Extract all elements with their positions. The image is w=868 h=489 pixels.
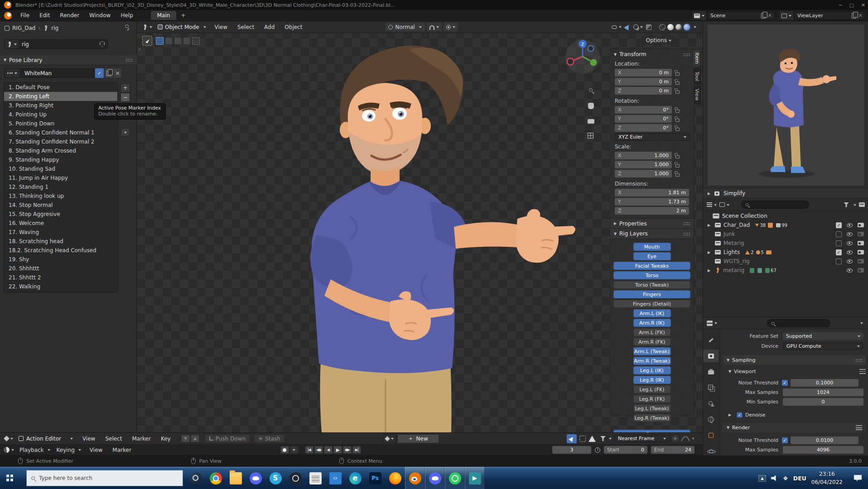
rig-layer-button[interactable]: Arm.R (FK) (633, 338, 671, 346)
timeline-menu-item[interactable]: View (85, 447, 107, 453)
dopesheet-menu-item[interactable]: Key (156, 436, 176, 442)
copy-viewlayer-icon[interactable] (852, 13, 856, 19)
taskbar-app[interactable] (186, 467, 206, 489)
preset-list-icon[interactable] (859, 369, 866, 374)
panel-grip[interactable] (125, 58, 132, 62)
pose-library-name-field[interactable]: WhiteMan (21, 68, 94, 78)
pose-list-item[interactable]: 14. Stop Normal (4, 201, 117, 210)
rotation-row[interactable]: Y0° (615, 115, 689, 123)
outliner-row[interactable]: ▶ Char_Dad 38 99 ✓ (703, 221, 868, 230)
hide-channels-toggle[interactable] (579, 436, 586, 442)
breadcrumb-data[interactable]: rig (51, 25, 58, 31)
lock-icon[interactable] (675, 82, 680, 85)
sidebar-tab[interactable]: Item (694, 49, 701, 67)
rig-layer-button[interactable]: Leg.L (FK) (633, 385, 671, 393)
preview-viewport[interactable] (707, 24, 865, 186)
unlink-library-icon[interactable]: ✕ (114, 68, 121, 78)
tray-clock[interactable]: 23:16 06/04/2022 (811, 470, 843, 486)
location-row[interactable]: Y0 m (615, 78, 689, 86)
perspective-toggle-icon[interactable] (588, 133, 593, 139)
pose-list-item[interactable]: 22. Walking (4, 282, 117, 291)
selectable-checkbox[interactable] (836, 240, 842, 246)
dimension-row[interactable]: Z2 m (615, 207, 689, 215)
sampling-panel-header[interactable]: ▼Sampling (723, 355, 866, 365)
minimize-button[interactable]: ─ (839, 2, 842, 8)
location-row[interactable]: Z0 m (615, 87, 689, 95)
copy-scene-icon[interactable] (761, 13, 766, 19)
outliner-editor-icon[interactable] (707, 202, 717, 207)
timeline-editor-icon[interactable] (4, 447, 14, 453)
dopesheet-editor-icon[interactable] (5, 436, 13, 441)
properties-editor-icon[interactable] (707, 321, 717, 326)
properties-tab[interactable] (703, 334, 719, 346)
location-row[interactable]: X0 m (615, 69, 689, 77)
scene-selector[interactable]: Scene ✕ (707, 11, 775, 20)
close-button[interactable]: ✕ (861, 2, 865, 8)
dropbox-icon[interactable]: ❖ (783, 475, 788, 482)
properties-tab[interactable] (703, 365, 719, 378)
only-selected-toggle[interactable] (567, 434, 577, 443)
pose-list-item[interactable]: 10. Standing Sad (4, 164, 117, 173)
jump-start-button[interactable]: |◀ (305, 446, 313, 454)
menu-item[interactable]: Render (55, 12, 84, 19)
push-down-button[interactable]: Push Down (205, 434, 250, 443)
menu-item[interactable]: Help (116, 12, 138, 19)
prev-keyframe-button[interactable]: ◀◆ (314, 446, 323, 454)
workspace-tab-main[interactable]: Main (151, 11, 177, 20)
menu-item[interactable]: Edit (34, 12, 55, 19)
r-noise-field[interactable]: 0.0100 (791, 436, 858, 444)
rig-layer-button[interactable]: Torso (Tweak) (613, 281, 690, 289)
maximize-button[interactable]: ▢ (849, 2, 854, 8)
render-subpanel-header[interactable]: ▼Render (723, 423, 866, 432)
pan-hand-icon[interactable] (588, 103, 594, 109)
jump-end-button[interactable]: ▶| (352, 446, 361, 454)
timeline-menu-item[interactable]: Marker (107, 447, 136, 453)
action-center-icon[interactable] (854, 475, 862, 481)
pose-add-button[interactable]: + (121, 83, 130, 92)
taskbar-app[interactable] (285, 467, 305, 489)
device-dropdown[interactable]: GPU Compute (783, 342, 863, 350)
rig-layer-button[interactable]: Leg.R (Tweak) (633, 414, 671, 422)
pose-list-item[interactable]: 15. Stop Aggresive (4, 210, 117, 219)
outliner-row[interactable]: ▶ Junk (703, 230, 868, 239)
taskbar-app[interactable]: S (265, 467, 285, 489)
scene-selector-icon[interactable] (692, 11, 706, 20)
dopesheet-menu-item[interactable]: Select (100, 436, 127, 442)
rig-layer-button[interactable]: Eye (633, 252, 671, 260)
outliner-item-name[interactable]: Char_Dad (723, 222, 750, 228)
vp-noise-field[interactable]: 0.1000 (791, 379, 858, 387)
hide-eye-icon[interactable] (847, 259, 853, 264)
selectable-checkbox[interactable]: ✓ (836, 222, 842, 228)
viewport-subpanel-header[interactable]: ▼Viewport (728, 367, 866, 376)
dopesheet-mode-dropdown[interactable]: Action Editor (19, 436, 73, 442)
rig-layer-button[interactable]: Leg.R (FK) (633, 395, 671, 403)
taskbar-app[interactable] (445, 467, 465, 489)
autokey-record-button[interactable] (280, 446, 289, 454)
taskbar-app[interactable]: ▶ (465, 467, 485, 489)
pose-list-item[interactable]: 11. Jump in Air Happy (4, 173, 117, 182)
render-camera-icon[interactable] (858, 250, 864, 254)
navigation-gizmo[interactable]: Z (564, 38, 601, 75)
pose-list-item[interactable]: 8. Standing Arm Crossed (4, 146, 117, 155)
blender-logo-icon[interactable] (4, 12, 12, 19)
outliner-row[interactable]: ▶ WGTS_rig (703, 257, 868, 266)
feature-set-dropdown[interactable]: Supported (783, 332, 863, 340)
rig-layer-button[interactable]: Arm.L (Tweak) (633, 347, 671, 355)
sidebar-tab[interactable]: Tool (694, 68, 701, 84)
render-camera-icon[interactable] (858, 268, 864, 273)
outliner-display-mode-icon[interactable] (719, 202, 729, 207)
hidden-icons-chevron[interactable]: ▲ (758, 475, 766, 482)
r-max-field[interactable]: 4096 (783, 446, 863, 454)
errors-icon[interactable] (588, 436, 596, 442)
play-button[interactable]: ▶ (333, 446, 342, 454)
new-action-button[interactable]: ＋New (397, 434, 439, 443)
outliner-search[interactable] (741, 201, 809, 209)
start-frame-field[interactable]: Start0 (604, 446, 647, 454)
pose-list-item[interactable]: 6. Standing Confident Normal 1 (4, 128, 117, 137)
lock-icon[interactable] (675, 128, 680, 131)
new-collection-icon[interactable] (859, 202, 865, 207)
pose-list-item[interactable]: 18.2. Scratching Head Confused (4, 246, 117, 255)
lock-icon[interactable] (675, 155, 680, 158)
lock-icon[interactable] (675, 173, 680, 177)
dopesheet-menu-item[interactable]: Marker (127, 436, 155, 442)
